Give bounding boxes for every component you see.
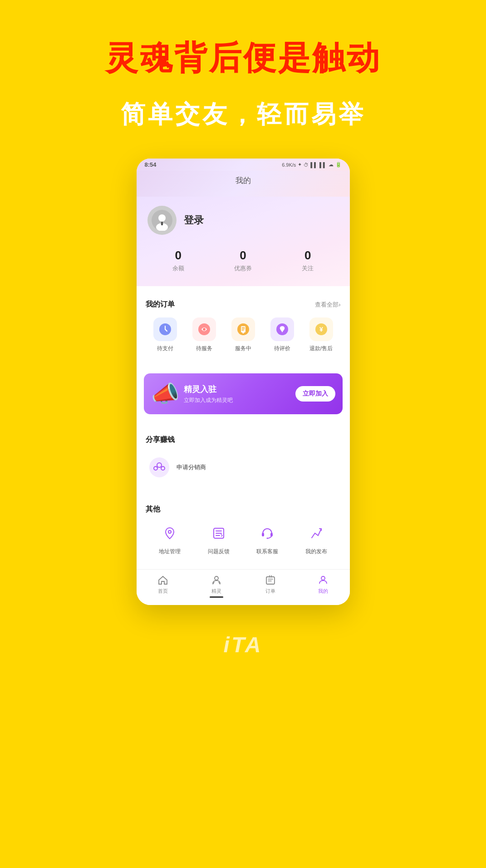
other-items-row: 地址管理 问题反馈 联系客服 我的发布 <box>146 522 341 556</box>
status-bar: 8:54 6.9K/s ✦ ⏱ ▌▌ ▌▌ ☁ 🔋 <box>137 159 350 171</box>
login-text[interactable]: 登录 <box>184 213 204 227</box>
nav-active-indicator <box>210 596 223 598</box>
order-pending-pay-icon <box>153 317 177 341</box>
svg-rect-10 <box>242 332 244 333</box>
home-icon <box>157 574 169 586</box>
stat-coupon-label: 优惠券 <box>234 264 252 273</box>
address-label: 地址管理 <box>159 548 181 556</box>
order-pending-service-label: 待服务 <box>196 345 212 352</box>
other-header: 其他 <box>146 505 341 514</box>
share-title: 分享赚钱 <box>146 435 175 445</box>
order-pending-pay-label: 待支付 <box>157 345 173 352</box>
order-pending-service[interactable]: 待服务 <box>192 317 216 352</box>
order-refund-icon: ¥ <box>309 317 333 341</box>
banner-title: 精灵入驻 <box>184 384 295 395</box>
stat-balance: 0 余额 <box>172 248 184 273</box>
status-wifi: ☁ <box>329 162 334 168</box>
avatar[interactable] <box>147 206 177 235</box>
order-pending-review-label: 待评价 <box>274 345 290 352</box>
banner-subtitle: 立即加入成为精灵吧 <box>184 397 295 404</box>
page-header: 我的 <box>137 171 350 197</box>
banner-emoji-icon: 📣 <box>151 381 179 407</box>
order-in-service-icon <box>231 317 255 341</box>
nav-orders-label: 订单 <box>265 588 275 595</box>
nav-spirit[interactable]: 精灵 <box>210 574 223 598</box>
phone-frame: 8:54 6.9K/s ✦ ⏱ ▌▌ ▌▌ ☁ 🔋 我的 <box>137 159 350 605</box>
nav-mine-label: 我的 <box>318 588 328 595</box>
other-feedback[interactable]: 问题反馈 <box>208 522 230 556</box>
share-distributor-icon <box>147 456 171 479</box>
bottom-nav: 首页 精灵 订单 我的 <box>137 569 350 605</box>
status-icons: 6.9K/s ✦ ⏱ ▌▌ ▌▌ ☁ 🔋 <box>282 162 341 168</box>
other-support[interactable]: 联系客服 <box>256 522 278 556</box>
other-publish[interactable]: 我的发布 <box>305 522 327 556</box>
order-in-service-label: 服务中 <box>235 345 251 352</box>
spirit-icon <box>211 574 222 586</box>
nav-mine[interactable]: 我的 <box>317 574 329 598</box>
other-section: 其他 地址管理 问题反馈 联系客服 <box>137 496 350 565</box>
svg-rect-24 <box>266 577 275 584</box>
status-time: 8:54 <box>145 161 157 168</box>
other-title: 其他 <box>146 505 160 514</box>
status-signal1: ⏱ <box>304 162 309 168</box>
status-signal2: ▌▌ <box>310 162 318 168</box>
share-section: 分享赚钱 申请分销商 <box>137 426 350 491</box>
order-icons-row: 待支付 待服务 服务中 待评价 <box>146 317 341 352</box>
order-refund[interactable]: ¥ 退款/售后 <box>309 317 333 352</box>
share-distributor-item[interactable]: 申请分销商 <box>146 453 341 482</box>
svg-point-22 <box>267 538 268 539</box>
svg-rect-20 <box>262 533 264 536</box>
profile-section: 登录 0 余额 0 优惠券 0 关注 <box>137 197 350 286</box>
orders-title: 我的订单 <box>146 300 175 309</box>
address-icon <box>159 522 181 544</box>
stat-follow-value: 0 <box>302 248 314 263</box>
orders-header: 我的订单 查看全部 › <box>146 300 341 309</box>
feedback-icon <box>208 522 230 544</box>
order-pending-review-icon <box>270 317 294 341</box>
publish-label: 我的发布 <box>305 548 327 556</box>
support-label: 联系客服 <box>256 548 278 556</box>
stat-coupon-value: 0 <box>234 248 252 263</box>
view-all-orders[interactable]: 查看全部 › <box>315 301 340 309</box>
order-refund-label: 退款/售后 <box>309 345 333 352</box>
nav-home[interactable]: 首页 <box>157 574 169 598</box>
feedback-label: 问题反馈 <box>208 548 230 556</box>
nav-home-label: 首页 <box>158 588 168 595</box>
chevron-right-icon: › <box>339 301 340 308</box>
svg-point-23 <box>215 576 218 580</box>
svg-point-25 <box>321 576 325 580</box>
stats-row: 0 余额 0 优惠券 0 关注 <box>147 248 339 273</box>
svg-point-7 <box>203 328 206 331</box>
publish-icon <box>305 522 327 544</box>
status-signal3: ▌▌ <box>319 162 327 168</box>
svg-text:¥: ¥ <box>319 326 323 333</box>
stat-balance-label: 余额 <box>172 264 184 273</box>
stat-coupon: 0 优惠券 <box>234 248 252 273</box>
order-pending-review[interactable]: 待评价 <box>270 317 294 352</box>
order-in-service[interactable]: 服务中 <box>231 317 255 352</box>
orders-nav-icon <box>265 574 276 586</box>
other-address[interactable]: 地址管理 <box>159 522 181 556</box>
svg-point-1 <box>158 214 166 222</box>
profile-row: 登录 <box>147 206 339 235</box>
stat-follow: 0 关注 <box>302 248 314 273</box>
status-network: 6.9K/s <box>282 162 296 168</box>
nav-orders[interactable]: 订单 <box>265 574 276 598</box>
headline: 灵魂背后便是触动 <box>105 36 381 80</box>
order-pending-pay[interactable]: 待支付 <box>153 317 177 352</box>
status-battery: 🔋 <box>335 162 342 168</box>
stat-balance-value: 0 <box>172 248 184 263</box>
banner: 📣 精灵入驻 立即加入成为精灵吧 立即加入 <box>144 373 343 414</box>
mine-nav-icon <box>317 574 329 586</box>
order-pending-service-icon <box>192 317 216 341</box>
banner-join-button[interactable]: 立即加入 <box>295 386 335 402</box>
page-title: 我的 <box>236 176 251 185</box>
subtitle: 简单交友，轻而易举 <box>121 98 366 131</box>
banner-section: 📣 精灵入驻 立即加入成为精灵吧 立即加入 <box>137 366 350 422</box>
support-icon <box>256 522 278 544</box>
svg-rect-9 <box>241 326 245 332</box>
orders-section: 我的订单 查看全部 › 待支付 待服务 <box>137 291 350 362</box>
share-distributor-label: 申请分销商 <box>177 463 206 471</box>
share-header: 分享赚钱 <box>146 435 341 445</box>
banner-text: 精灵入驻 立即加入成为精灵吧 <box>184 384 295 404</box>
